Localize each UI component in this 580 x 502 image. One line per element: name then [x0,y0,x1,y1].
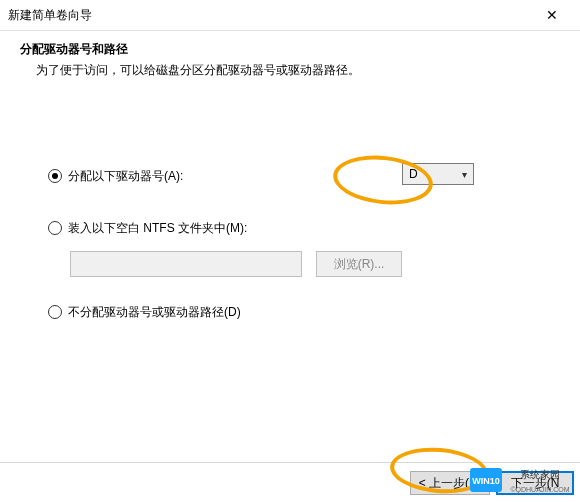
radio-icon [48,305,62,319]
next-button[interactable]: 下一步(N [496,471,574,495]
option-mount-path-label: 装入以下空白 NTFS 文件夹中(M): [68,220,247,237]
option-assign-letter[interactable]: 分配以下驱动器号(A): D ▾ [48,161,532,191]
content-area: 分配以下驱动器号(A): D ▾ 装入以下空白 NTFS 文件夹中(M): 浏览… [0,85,580,327]
window-title: 新建简单卷向导 [8,7,532,24]
mount-path-input [70,251,302,277]
close-button[interactable]: ✕ [532,7,572,23]
option-mount-path[interactable]: 装入以下空白 NTFS 文件夹中(M): [48,213,532,243]
radio-icon [48,221,62,235]
option-no-assign[interactable]: 不分配驱动器号或驱动器路径(D) [48,297,532,327]
wizard-header: 分配驱动器号和路径 为了便于访问，可以给磁盘分区分配驱动器号或驱动器路径。 [0,31,580,85]
back-button[interactable]: < 上一步(B) [410,471,490,495]
page-description: 为了便于访问，可以给磁盘分区分配驱动器号或驱动器路径。 [20,62,560,79]
drive-letter-value: D [409,167,462,181]
page-title: 分配驱动器号和路径 [20,41,560,58]
drive-letter-select[interactable]: D ▾ [402,163,474,185]
titlebar: 新建简单卷向导 ✕ [0,0,580,30]
radio-icon [48,169,62,183]
chevron-down-icon: ▾ [462,169,467,180]
option-assign-letter-label: 分配以下驱动器号(A): [68,168,183,185]
wizard-footer: < 上一步(B) 下一步(N [0,462,580,502]
close-icon: ✕ [546,7,558,23]
mount-path-row: 浏览(R)... [70,251,532,277]
option-no-assign-label: 不分配驱动器号或驱动器路径(D) [68,304,241,321]
browse-button: 浏览(R)... [316,251,402,277]
